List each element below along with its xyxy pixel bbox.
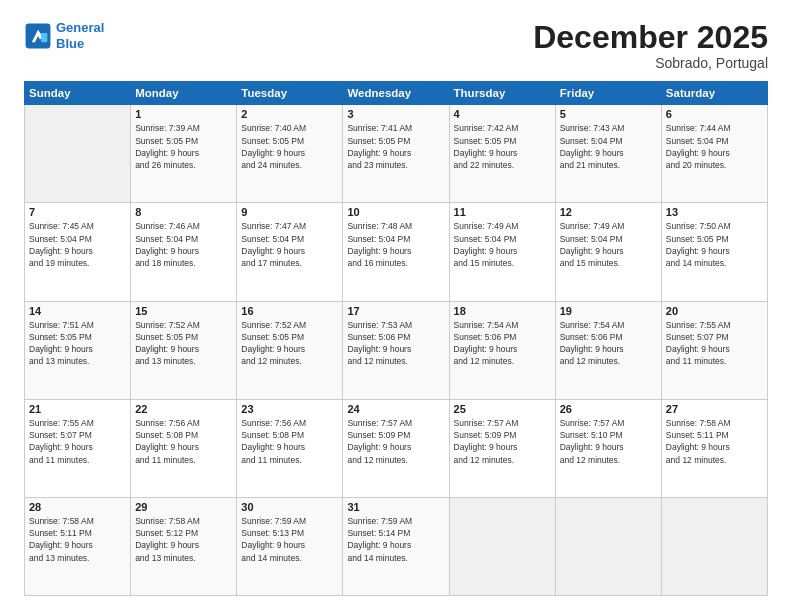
day-info: Sunrise: 7:54 AMSunset: 5:06 PMDaylight:…	[454, 319, 551, 368]
logo-line2: Blue	[56, 36, 84, 51]
day-number: 27	[666, 403, 763, 415]
page: General Blue December 2025 Sobrado, Port…	[0, 0, 792, 612]
calendar-week-1: 1Sunrise: 7:39 AMSunset: 5:05 PMDaylight…	[25, 105, 768, 203]
day-number: 25	[454, 403, 551, 415]
calendar-cell: 23Sunrise: 7:56 AMSunset: 5:08 PMDayligh…	[237, 399, 343, 497]
day-number: 12	[560, 206, 657, 218]
day-info: Sunrise: 7:58 AMSunset: 5:12 PMDaylight:…	[135, 515, 232, 564]
calendar-cell: 6Sunrise: 7:44 AMSunset: 5:04 PMDaylight…	[661, 105, 767, 203]
weekday-row: Sunday Monday Tuesday Wednesday Thursday…	[25, 82, 768, 105]
col-saturday: Saturday	[661, 82, 767, 105]
calendar-cell: 15Sunrise: 7:52 AMSunset: 5:05 PMDayligh…	[131, 301, 237, 399]
calendar-cell: 14Sunrise: 7:51 AMSunset: 5:05 PMDayligh…	[25, 301, 131, 399]
day-number: 15	[135, 305, 232, 317]
day-number: 7	[29, 206, 126, 218]
calendar-cell: 1Sunrise: 7:39 AMSunset: 5:05 PMDaylight…	[131, 105, 237, 203]
day-number: 11	[454, 206, 551, 218]
day-number: 20	[666, 305, 763, 317]
svg-rect-2	[41, 32, 47, 41]
calendar-body: 1Sunrise: 7:39 AMSunset: 5:05 PMDaylight…	[25, 105, 768, 596]
day-number: 23	[241, 403, 338, 415]
day-info: Sunrise: 7:43 AMSunset: 5:04 PMDaylight:…	[560, 122, 657, 171]
calendar-cell: 29Sunrise: 7:58 AMSunset: 5:12 PMDayligh…	[131, 497, 237, 595]
day-info: Sunrise: 7:52 AMSunset: 5:05 PMDaylight:…	[135, 319, 232, 368]
calendar-cell: 26Sunrise: 7:57 AMSunset: 5:10 PMDayligh…	[555, 399, 661, 497]
day-number: 6	[666, 108, 763, 120]
logo-text: General Blue	[56, 20, 104, 51]
title-block: December 2025 Sobrado, Portugal	[533, 20, 768, 71]
day-info: Sunrise: 7:51 AMSunset: 5:05 PMDaylight:…	[29, 319, 126, 368]
day-number: 18	[454, 305, 551, 317]
day-number: 8	[135, 206, 232, 218]
calendar-cell	[449, 497, 555, 595]
calendar-cell: 21Sunrise: 7:55 AMSunset: 5:07 PMDayligh…	[25, 399, 131, 497]
calendar-cell: 4Sunrise: 7:42 AMSunset: 5:05 PMDaylight…	[449, 105, 555, 203]
day-number: 26	[560, 403, 657, 415]
calendar-header: Sunday Monday Tuesday Wednesday Thursday…	[25, 82, 768, 105]
calendar-cell: 2Sunrise: 7:40 AMSunset: 5:05 PMDaylight…	[237, 105, 343, 203]
day-info: Sunrise: 7:50 AMSunset: 5:05 PMDaylight:…	[666, 220, 763, 269]
calendar-cell: 3Sunrise: 7:41 AMSunset: 5:05 PMDaylight…	[343, 105, 449, 203]
day-info: Sunrise: 7:59 AMSunset: 5:13 PMDaylight:…	[241, 515, 338, 564]
col-sunday: Sunday	[25, 82, 131, 105]
day-number: 24	[347, 403, 444, 415]
calendar-week-5: 28Sunrise: 7:58 AMSunset: 5:11 PMDayligh…	[25, 497, 768, 595]
calendar-cell: 28Sunrise: 7:58 AMSunset: 5:11 PMDayligh…	[25, 497, 131, 595]
calendar-cell: 10Sunrise: 7:48 AMSunset: 5:04 PMDayligh…	[343, 203, 449, 301]
day-number: 13	[666, 206, 763, 218]
day-info: Sunrise: 7:39 AMSunset: 5:05 PMDaylight:…	[135, 122, 232, 171]
day-number: 2	[241, 108, 338, 120]
calendar-cell: 20Sunrise: 7:55 AMSunset: 5:07 PMDayligh…	[661, 301, 767, 399]
calendar-cell: 8Sunrise: 7:46 AMSunset: 5:04 PMDaylight…	[131, 203, 237, 301]
month-title: December 2025	[533, 20, 768, 55]
day-info: Sunrise: 7:59 AMSunset: 5:14 PMDaylight:…	[347, 515, 444, 564]
col-friday: Friday	[555, 82, 661, 105]
day-number: 10	[347, 206, 444, 218]
calendar-cell: 27Sunrise: 7:58 AMSunset: 5:11 PMDayligh…	[661, 399, 767, 497]
day-number: 5	[560, 108, 657, 120]
calendar-cell: 13Sunrise: 7:50 AMSunset: 5:05 PMDayligh…	[661, 203, 767, 301]
location-subtitle: Sobrado, Portugal	[533, 55, 768, 71]
calendar-cell	[555, 497, 661, 595]
day-info: Sunrise: 7:56 AMSunset: 5:08 PMDaylight:…	[135, 417, 232, 466]
calendar-cell: 31Sunrise: 7:59 AMSunset: 5:14 PMDayligh…	[343, 497, 449, 595]
calendar-cell: 7Sunrise: 7:45 AMSunset: 5:04 PMDaylight…	[25, 203, 131, 301]
day-info: Sunrise: 7:45 AMSunset: 5:04 PMDaylight:…	[29, 220, 126, 269]
logo-icon	[24, 22, 52, 50]
day-info: Sunrise: 7:58 AMSunset: 5:11 PMDaylight:…	[29, 515, 126, 564]
day-info: Sunrise: 7:55 AMSunset: 5:07 PMDaylight:…	[666, 319, 763, 368]
day-info: Sunrise: 7:42 AMSunset: 5:05 PMDaylight:…	[454, 122, 551, 171]
day-number: 14	[29, 305, 126, 317]
calendar-week-3: 14Sunrise: 7:51 AMSunset: 5:05 PMDayligh…	[25, 301, 768, 399]
calendar-cell: 16Sunrise: 7:52 AMSunset: 5:05 PMDayligh…	[237, 301, 343, 399]
calendar-cell: 22Sunrise: 7:56 AMSunset: 5:08 PMDayligh…	[131, 399, 237, 497]
col-wednesday: Wednesday	[343, 82, 449, 105]
day-number: 3	[347, 108, 444, 120]
calendar-cell: 30Sunrise: 7:59 AMSunset: 5:13 PMDayligh…	[237, 497, 343, 595]
day-info: Sunrise: 7:47 AMSunset: 5:04 PMDaylight:…	[241, 220, 338, 269]
day-info: Sunrise: 7:57 AMSunset: 5:09 PMDaylight:…	[454, 417, 551, 466]
calendar-week-4: 21Sunrise: 7:55 AMSunset: 5:07 PMDayligh…	[25, 399, 768, 497]
day-info: Sunrise: 7:48 AMSunset: 5:04 PMDaylight:…	[347, 220, 444, 269]
calendar-cell: 25Sunrise: 7:57 AMSunset: 5:09 PMDayligh…	[449, 399, 555, 497]
calendar-table: Sunday Monday Tuesday Wednesday Thursday…	[24, 81, 768, 596]
day-info: Sunrise: 7:57 AMSunset: 5:10 PMDaylight:…	[560, 417, 657, 466]
calendar-cell: 19Sunrise: 7:54 AMSunset: 5:06 PMDayligh…	[555, 301, 661, 399]
col-tuesday: Tuesday	[237, 82, 343, 105]
day-info: Sunrise: 7:52 AMSunset: 5:05 PMDaylight:…	[241, 319, 338, 368]
calendar-cell	[25, 105, 131, 203]
day-info: Sunrise: 7:49 AMSunset: 5:04 PMDaylight:…	[454, 220, 551, 269]
day-info: Sunrise: 7:41 AMSunset: 5:05 PMDaylight:…	[347, 122, 444, 171]
day-info: Sunrise: 7:46 AMSunset: 5:04 PMDaylight:…	[135, 220, 232, 269]
day-number: 21	[29, 403, 126, 415]
col-monday: Monday	[131, 82, 237, 105]
day-number: 19	[560, 305, 657, 317]
calendar-cell: 24Sunrise: 7:57 AMSunset: 5:09 PMDayligh…	[343, 399, 449, 497]
day-info: Sunrise: 7:44 AMSunset: 5:04 PMDaylight:…	[666, 122, 763, 171]
day-info: Sunrise: 7:54 AMSunset: 5:06 PMDaylight:…	[560, 319, 657, 368]
calendar-cell: 18Sunrise: 7:54 AMSunset: 5:06 PMDayligh…	[449, 301, 555, 399]
day-number: 17	[347, 305, 444, 317]
day-number: 1	[135, 108, 232, 120]
day-info: Sunrise: 7:58 AMSunset: 5:11 PMDaylight:…	[666, 417, 763, 466]
day-info: Sunrise: 7:49 AMSunset: 5:04 PMDaylight:…	[560, 220, 657, 269]
